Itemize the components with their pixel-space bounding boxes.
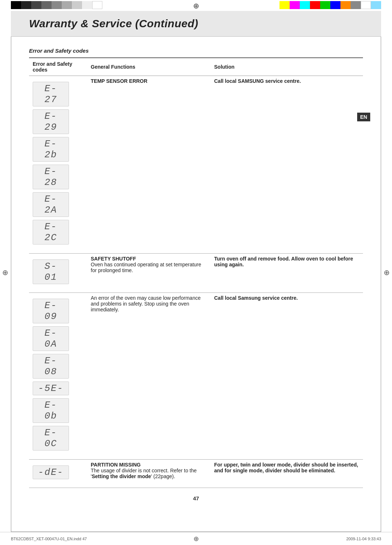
solution-cell-2: Turn oven off and remove food. Allow ove… xyxy=(211,253,363,290)
lcd-display: E- 2A xyxy=(33,192,69,217)
function-desc: Oven has continued operating at set temp… xyxy=(91,262,201,273)
col-header-codes: Error and Safety codes xyxy=(29,58,87,76)
error-codes-cell-4: -dE- xyxy=(29,459,87,485)
lcd-display: E- 2C xyxy=(33,220,69,245)
function-desc: An error of the oven may cause low perfo… xyxy=(91,295,201,312)
error-table: Error and Safety codes General Functions… xyxy=(29,57,363,488)
table-row: E- 09 E- 0A E- 08 -5E- E- 0b E- 0C An er… xyxy=(29,293,363,457)
lcd-display: E- 27 xyxy=(33,82,69,106)
general-function-cell-1: TEMP SENSOR ERROR xyxy=(87,76,211,251)
lcd-display: E- 2b xyxy=(33,137,69,162)
lcd-display: E- 09 xyxy=(33,299,69,323)
table-row: -dE- PARTITION MISSING The usage of divi… xyxy=(29,459,363,485)
lcd-display: S- 01 xyxy=(33,259,69,284)
register-mark-left: ⊕ xyxy=(2,268,8,277)
function-title: SAFETY SHUTOFF xyxy=(91,256,136,262)
footer-left: BT62CDBST_XET-00047U-01_EN.indd 47 xyxy=(11,537,346,541)
error-codes-cell-2: S- 01 xyxy=(29,253,87,290)
solution-text: Call local SAMSUNG service centre. xyxy=(214,78,301,84)
register-mark-right: ⊕ xyxy=(384,268,390,277)
lcd-display: E- 0A xyxy=(33,326,69,351)
row-separator xyxy=(29,290,363,293)
function-title: TEMP SENSOR ERROR xyxy=(91,78,147,84)
page-title: Warranty & Service (Continued) xyxy=(29,17,198,29)
function-title: PARTITION MISSING xyxy=(91,462,140,468)
lcd-display: E- 0b xyxy=(33,398,69,423)
general-function-cell-3: An error of the oven may cause low perfo… xyxy=(87,293,211,457)
page-header: Warranty & Service (Continued) xyxy=(11,11,381,37)
solution-cell-1: Call local SAMSUNG service centre. xyxy=(211,76,363,251)
content-body: Error and Safety codes Error and Safety … xyxy=(11,37,381,509)
col-header-general: General Functions xyxy=(87,58,211,76)
language-badge: EN xyxy=(357,113,370,121)
solution-cell-3: Call local Samsung service centre. xyxy=(211,293,363,457)
solution-text: For upper, twin and lower mode, divider … xyxy=(214,462,358,473)
function-desc: The usage of divider is not correct. Ref… xyxy=(91,468,197,479)
row-separator xyxy=(29,485,363,488)
error-codes-cell-3: E- 09 E- 0A E- 08 -5E- E- 0b E- 0C xyxy=(29,293,87,457)
lcd-display: -dE- xyxy=(33,465,69,479)
page-number: 47 xyxy=(29,495,363,501)
general-function-cell-4: PARTITION MISSING The usage of divider i… xyxy=(87,459,211,485)
footer: BT62CDBST_XET-00047U-01_EN.indd 47 ⊕ 200… xyxy=(0,532,392,545)
solution-text: Call local Samsung service centre. xyxy=(214,295,298,301)
table-row: E- 27 E- 29 E- 2b E- 28 E- 2A E- 2C TEMP… xyxy=(29,76,363,251)
footer-right: 2009-11-04 9:33:43 xyxy=(346,537,381,541)
col-header-solution: Solution xyxy=(211,58,363,76)
row-separator xyxy=(29,250,363,253)
lcd-display: E- 29 xyxy=(33,109,69,134)
solution-text: Turn oven off and remove food. Allow ove… xyxy=(214,256,353,267)
lcd-display: E- 28 xyxy=(33,165,69,189)
section-title: Error and Safety codes xyxy=(29,48,363,54)
lcd-display: E- 0C xyxy=(33,426,69,451)
general-function-cell-2: SAFETY SHUTOFF Oven has continued operat… xyxy=(87,253,211,290)
row-separator xyxy=(29,456,363,459)
solution-cell-4: For upper, twin and lower mode, divider … xyxy=(211,459,363,485)
register-mark-bottom: ⊕ xyxy=(193,535,199,543)
lcd-display: E- 08 xyxy=(33,354,69,379)
lcd-display: -5E- xyxy=(33,382,69,395)
table-row: S- 01 SAFETY SHUTOFF Oven has continued … xyxy=(29,253,363,290)
error-codes-cell-1: E- 27 E- 29 E- 2b E- 28 E- 2A E- 2C xyxy=(29,76,87,251)
register-mark-top: ⊕ xyxy=(193,1,199,10)
